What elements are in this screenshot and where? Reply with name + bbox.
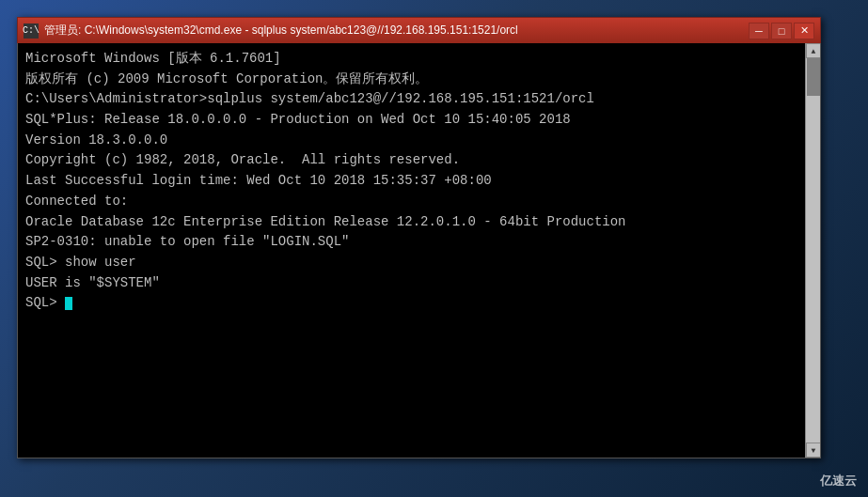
scrollbar-up[interactable]: ▲ [806,43,821,58]
terminal-line: SQL> show user [25,253,796,273]
cmd-window: C:\ 管理员: C:\Windows\system32\cmd.exe - s… [17,17,821,458]
terminal-line: SQL> [25,293,796,314]
scrollbar[interactable]: ▲ ▼ [805,43,820,458]
terminal-line: Connected to: [25,192,796,212]
terminal-line: Last Successful login time: Wed Oct 10 2… [25,171,796,192]
scrollbar-down[interactable]: ▼ [806,443,821,458]
scrollbar-thumb[interactable] [807,58,820,96]
terminal-line: Microsoft Windows [版本 6.1.7601] [25,49,796,70]
terminal-line: Copyright (c) 1982, 2018, Oracle. All ri… [25,150,796,171]
title-bar-left: C:\ 管理员: C:\Windows\system32\cmd.exe - s… [24,23,518,39]
watermark: 亿速云 [820,473,857,489]
terminal-body[interactable]: Microsoft Windows [版本 6.1.7601]版权所有 (c) … [17,43,821,458]
terminal-cursor [65,297,72,310]
terminal-content: Microsoft Windows [版本 6.1.7601]版权所有 (c) … [25,49,813,314]
terminal-line: Version 18.3.0.0.0 [25,131,796,151]
window-title: 管理员: C:\Windows\system32\cmd.exe - sqlpl… [44,23,518,39]
title-bar: C:\ 管理员: C:\Windows\system32\cmd.exe - s… [17,17,821,43]
terminal-line: USER is "$SYSTEM" [25,273,796,294]
window-controls: ─ □ ✕ [749,23,814,39]
cmd-icon: C:\ [24,23,39,39]
close-button[interactable]: ✕ [794,23,814,39]
terminal-line: SP2-0310: unable to open file "LOGIN.SQL… [25,232,796,253]
terminal-line: C:\Users\Administrator>sqlplus system/ab… [25,89,796,110]
maximize-button[interactable]: □ [771,23,792,39]
terminal-line: 版权所有 (c) 2009 Microsoft Corporation。保留所有… [25,70,796,90]
minimize-button[interactable]: ─ [749,23,769,39]
terminal-line: Oracle Database 12c Enterprise Edition R… [25,212,796,233]
desktop: C:\ 管理员: C:\Windows\system32\cmd.exe - s… [0,0,868,497]
terminal-line: SQL*Plus: Release 18.0.0.0.0 - Productio… [25,110,796,131]
